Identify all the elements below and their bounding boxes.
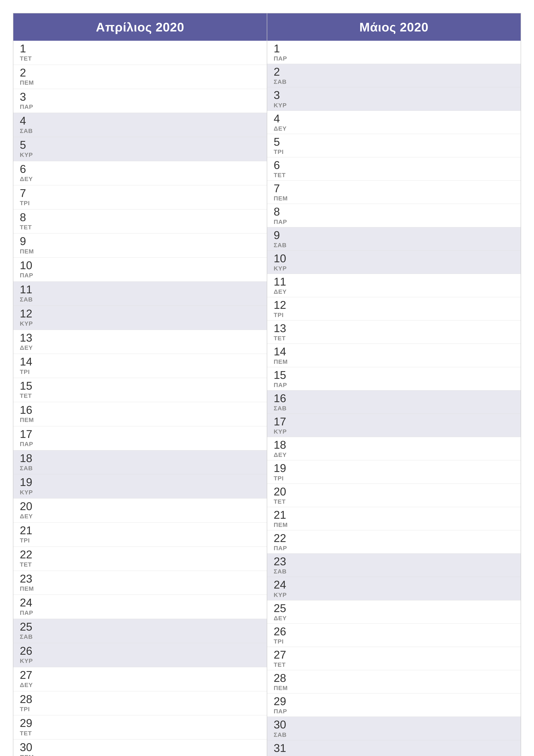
may-day-row: 22 ΠΑΡ	[267, 530, 521, 554]
day-number: 6	[274, 159, 286, 171]
april-day-row: 9 ΠΕΜ	[13, 233, 267, 257]
may-day-row: 13 ΤΕΤ	[267, 320, 521, 344]
day-content: 19 ΤΡΙ	[274, 462, 286, 482]
april-day-row: 28 ΤΡΙ	[13, 691, 267, 716]
day-number: 15	[20, 380, 32, 392]
day-number: 5	[20, 139, 33, 151]
day-content: 25 ΣΑΒ	[20, 621, 33, 640]
day-name: ΚΥΡ	[274, 102, 287, 109]
day-number: 25	[20, 621, 33, 633]
day-name: ΚΥΡ	[274, 755, 287, 756]
day-content: 8 ΤΕΤ	[20, 211, 32, 231]
day-name: ΠΕΜ	[20, 585, 34, 592]
april-day-row: 11 ΣΑΒ	[13, 282, 267, 306]
day-name: ΤΡΙ	[20, 537, 32, 544]
day-name: ΚΥΡ	[274, 428, 287, 435]
day-name: ΤΡΙ	[274, 148, 284, 155]
april-header: Απρίλιος 2020	[13, 14, 267, 41]
day-name: ΔΕΥ	[274, 615, 287, 622]
may-day-row: 7 ΠΕΜ	[267, 180, 521, 204]
day-name: ΠΑΡ	[274, 708, 287, 715]
april-day-row: 17 ΠΑΡ	[13, 426, 267, 450]
day-name: ΣΑΒ	[274, 405, 287, 412]
day-number: 10	[274, 252, 287, 265]
day-name: ΔΕΥ	[20, 344, 33, 351]
day-content: 11 ΣΑΒ	[20, 284, 33, 303]
day-name: ΤΡΙ	[274, 475, 286, 482]
day-name: ΤΕΤ	[274, 172, 286, 179]
day-content: 11 ΔΕΥ	[274, 276, 287, 295]
day-content: 8 ΠΑΡ	[274, 205, 287, 225]
april-day-row: 19 ΚΥΡ	[13, 474, 267, 499]
april-day-row: 6 ΔΕΥ	[13, 161, 267, 185]
april-day-row: 10 ΠΑΡ	[13, 257, 267, 282]
may-day-row: 30 ΣΑΒ	[267, 717, 521, 740]
day-number: 22	[20, 549, 32, 561]
day-content: 21 ΠΕΜ	[274, 509, 288, 528]
may-day-row: 28 ΠΕΜ	[267, 670, 521, 693]
day-number: 15	[274, 369, 287, 381]
day-content: 9 ΣΑΒ	[274, 229, 287, 249]
day-content: 29 ΠΑΡ	[274, 695, 287, 715]
day-content: 12 ΚΥΡ	[20, 308, 33, 327]
day-number: 13	[20, 332, 33, 344]
day-content: 18 ΣΑΒ	[20, 452, 33, 472]
day-number: 18	[20, 452, 33, 464]
day-name: ΔΕΥ	[274, 451, 287, 458]
may-header: Μάιος 2020	[267, 14, 521, 41]
day-name: ΠΑΡ	[20, 103, 33, 110]
day-number: 16	[20, 404, 34, 416]
day-content: 21 ΤΡΙ	[20, 524, 32, 544]
may-day-row: 10 ΚΥΡ	[267, 251, 521, 274]
day-number: 3	[274, 89, 287, 101]
april-day-row: 25 ΣΑΒ	[13, 619, 267, 643]
april-day-row: 1 ΤΕΤ	[13, 41, 267, 65]
day-content: 20 ΤΕΤ	[274, 486, 286, 505]
day-content: 5 ΤΡΙ	[274, 136, 284, 155]
day-content: 25 ΔΕΥ	[274, 602, 287, 622]
day-number: 6	[20, 163, 33, 175]
day-number: 17	[20, 428, 33, 440]
day-content: 2 ΣΑΒ	[274, 66, 287, 85]
day-number: 9	[20, 235, 34, 247]
day-name: ΤΕΤ	[274, 335, 286, 342]
page: Απρίλιος 2020 1 ΤΕΤ 2 ΠΕΜ 3 ΠΑΡ 4 ΣΑΒ	[0, 0, 534, 756]
day-content: 9 ΠΕΜ	[20, 235, 34, 255]
may-day-row: 6 ΤΕΤ	[267, 157, 521, 180]
day-number: 12	[20, 308, 33, 320]
may-day-row: 12 ΤΡΙ	[267, 297, 521, 320]
day-number: 12	[274, 299, 286, 311]
day-name: ΠΕΜ	[20, 417, 34, 423]
may-day-row: 2 ΣΑΒ	[267, 64, 521, 87]
day-name: ΤΡΙ	[274, 638, 286, 645]
day-content: 3 ΚΥΡ	[274, 89, 287, 109]
april-day-row: 27 ΔΕΥ	[13, 667, 267, 691]
day-content: 29 ΤΕΤ	[20, 717, 32, 737]
day-content: 19 ΚΥΡ	[20, 476, 33, 496]
day-content: 23 ΣΑΒ	[274, 555, 287, 575]
day-name: ΤΡΙ	[20, 368, 32, 375]
day-number: 19	[274, 462, 286, 474]
day-number: 10	[20, 259, 33, 272]
day-content: 22 ΠΑΡ	[274, 532, 287, 552]
day-number: 2	[20, 67, 34, 79]
day-number: 17	[274, 416, 287, 428]
day-number: 23	[20, 573, 34, 585]
day-content: 4 ΔΕΥ	[274, 113, 287, 132]
day-content: 1 ΤΕΤ	[20, 42, 32, 62]
day-content: 7 ΠΕΜ	[274, 182, 288, 202]
day-content: 30 ΠΕΜ	[20, 741, 34, 756]
day-number: 4	[20, 115, 33, 127]
april-day-row: 24 ΠΑΡ	[13, 595, 267, 619]
day-content: 10 ΚΥΡ	[274, 252, 287, 272]
april-day-row: 2 ΠΕΜ	[13, 65, 267, 89]
may-day-row: 15 ΠΑΡ	[267, 367, 521, 391]
day-number: 18	[274, 439, 287, 451]
day-number: 1	[274, 42, 287, 55]
day-name: ΤΕΤ	[20, 224, 32, 231]
day-number: 22	[274, 532, 287, 544]
day-content: 7 ΤΡΙ	[20, 187, 30, 207]
day-number: 30	[20, 741, 34, 753]
day-name: ΠΑΡ	[274, 219, 287, 226]
day-content: 28 ΤΡΙ	[20, 693, 32, 713]
